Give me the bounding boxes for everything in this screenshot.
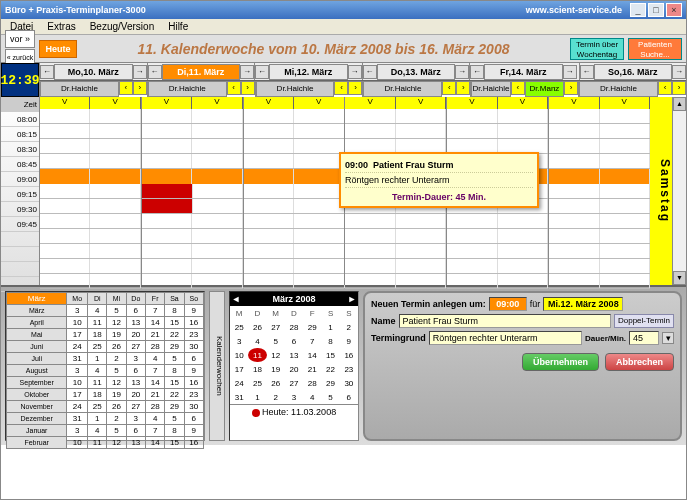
schedule-cell[interactable] <box>549 244 650 259</box>
day-cell[interactable]: 5 <box>165 413 184 425</box>
day-cell[interactable]: 6 <box>126 425 145 437</box>
day-cell[interactable]: 3 <box>67 305 88 317</box>
day-label[interactable]: Fr,14. März <box>484 64 563 80</box>
cal-day[interactable]: 31 <box>230 390 248 404</box>
schedule-cell[interactable] <box>244 199 345 214</box>
dauer-field[interactable]: 45 <box>629 331 659 345</box>
prev-day-icon[interactable]: ← <box>470 65 484 79</box>
month-label[interactable]: Juni <box>7 341 67 353</box>
day-cell[interactable]: 24 <box>67 341 88 353</box>
cal-day[interactable]: 27 <box>285 376 303 390</box>
day-cell[interactable]: 11 <box>88 317 107 329</box>
schedule-cell[interactable] <box>345 109 446 124</box>
schedule-cell[interactable] <box>40 169 141 184</box>
day-cell[interactable]: 18 <box>88 389 107 401</box>
month-label[interactable]: April <box>7 317 67 329</box>
schedule-cell[interactable] <box>142 259 243 274</box>
minimize-button[interactable]: _ <box>630 3 646 17</box>
day-cell[interactable]: 23 <box>184 389 203 401</box>
schedule-cell[interactable] <box>244 109 345 124</box>
schedule-cell[interactable] <box>142 214 243 229</box>
prev-day-icon[interactable]: ← <box>580 65 594 79</box>
cal-day[interactable]: 18 <box>248 362 266 376</box>
nav-forward[interactable]: vor » <box>5 30 35 48</box>
schedule-cell[interactable] <box>142 154 243 169</box>
schedule-cell[interactable] <box>549 124 650 139</box>
cal-day[interactable]: 20 <box>285 362 303 376</box>
doctor-cell[interactable]: Dr.Haichle <box>363 81 442 97</box>
schedule-cell[interactable] <box>142 229 243 244</box>
schedule-cell[interactable] <box>142 169 243 184</box>
month-label[interactable]: Juli <box>7 353 67 365</box>
schedule-cell[interactable] <box>142 109 243 124</box>
scroll-up-icon[interactable]: ▲ <box>673 97 686 111</box>
cal-day[interactable]: 17 <box>230 362 248 376</box>
schedule-cell[interactable] <box>40 229 141 244</box>
day-cell[interactable]: 11 <box>88 377 107 389</box>
day-cell[interactable]: 2 <box>107 413 126 425</box>
next-day-icon[interactable]: → <box>563 65 577 79</box>
day-cell[interactable]: 5 <box>107 365 126 377</box>
maximize-button[interactable]: □ <box>648 3 664 17</box>
schedule-cell[interactable] <box>40 154 141 169</box>
day-label[interactable]: Mo,10. März <box>54 64 133 80</box>
day-cell[interactable]: 15 <box>165 317 184 329</box>
expand-right-icon[interactable]: › <box>672 81 686 95</box>
schedule-cell[interactable] <box>549 139 650 154</box>
next-month-icon[interactable]: ► <box>346 294 358 304</box>
expand-right-icon[interactable]: › <box>348 81 362 95</box>
schedule-cell[interactable] <box>40 124 141 139</box>
cal-day[interactable]: 22 <box>321 362 339 376</box>
schedule-cell[interactable] <box>40 244 141 259</box>
prev-month-icon[interactable]: ◄ <box>230 294 242 304</box>
schedule-cell[interactable] <box>40 109 141 124</box>
schedule-cell[interactable] <box>447 109 548 124</box>
cal-day[interactable]: 1 <box>248 390 266 404</box>
schedule-cell[interactable] <box>244 139 345 154</box>
cal-day[interactable]: 6 <box>285 334 303 348</box>
schedule-cell[interactable] <box>142 124 243 139</box>
menu-hilfe[interactable]: Hilfe <box>162 20 194 33</box>
year-month-grid[interactable]: MärzMoDiMiDoFrSaSoMärz3456789April101112… <box>5 291 205 441</box>
day-cell[interactable]: 12 <box>107 377 126 389</box>
cal-day[interactable]: 28 <box>303 376 321 390</box>
cal-day[interactable]: 6 <box>340 390 358 404</box>
day-cell[interactable]: 25 <box>88 341 107 353</box>
schedule-cell[interactable] <box>447 274 548 289</box>
day-cell[interactable]: 10 <box>67 317 88 329</box>
day-cell[interactable]: 11 <box>88 437 107 449</box>
expand-left-icon[interactable]: ‹ <box>227 81 241 95</box>
day-cell[interactable]: 16 <box>184 377 203 389</box>
day-label[interactable]: So,16. März <box>594 64 673 80</box>
day-cell[interactable]: 6 <box>126 365 145 377</box>
day-cell[interactable]: 13 <box>126 377 145 389</box>
schedule-cell[interactable] <box>40 139 141 154</box>
schedule-cell[interactable] <box>142 199 243 214</box>
mini-cal-footer[interactable]: Heute: 11.03.2008 <box>230 404 358 419</box>
day-label[interactable]: Di,11. März <box>162 64 241 80</box>
schedule-cell[interactable] <box>142 274 243 289</box>
cal-day[interactable]: 25 <box>248 376 266 390</box>
day-cell[interactable]: 22 <box>165 389 184 401</box>
day-cell[interactable]: 12 <box>107 317 126 329</box>
day-cell[interactable]: 18 <box>88 329 107 341</box>
cal-day[interactable]: 27 <box>267 320 285 334</box>
cal-day[interactable]: 15 <box>321 348 339 362</box>
day-cell[interactable]: 16 <box>184 437 203 449</box>
schedule-cell[interactable] <box>244 169 345 184</box>
cal-day[interactable]: 25 <box>230 320 248 334</box>
expand-right-icon[interactable]: › <box>133 81 147 95</box>
cal-day[interactable]: 19 <box>267 362 285 376</box>
month-label[interactable]: März <box>7 305 67 317</box>
schedule-cell[interactable] <box>244 214 345 229</box>
close-button[interactable]: × <box>666 3 682 17</box>
expand-left-icon[interactable]: ‹ <box>334 81 348 95</box>
schedule-cell[interactable] <box>244 124 345 139</box>
day-cell[interactable]: 27 <box>126 401 145 413</box>
day-cell[interactable]: 8 <box>165 305 184 317</box>
schedule-cell[interactable] <box>447 244 548 259</box>
month-label[interactable]: Oktober <box>7 389 67 401</box>
cal-day[interactable]: 9 <box>340 334 358 348</box>
schedule-cell[interactable] <box>40 259 141 274</box>
schedule-cell[interactable] <box>244 259 345 274</box>
